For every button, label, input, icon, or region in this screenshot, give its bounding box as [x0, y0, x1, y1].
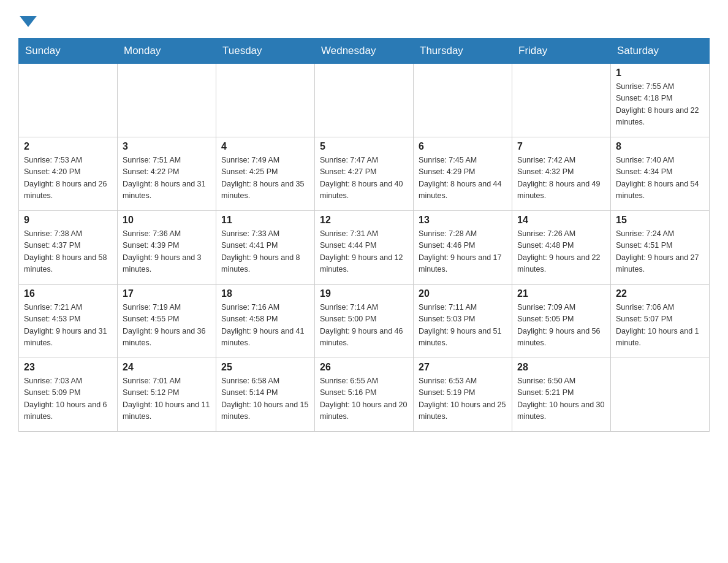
day-info: Sunrise: 7:09 AMSunset: 5:05 PMDaylight:… — [517, 302, 605, 350]
day-cell: 21Sunrise: 7:09 AMSunset: 5:05 PMDayligh… — [512, 285, 611, 358]
day-info: Sunrise: 6:50 AMSunset: 5:21 PMDaylight:… — [517, 375, 605, 423]
day-info: Sunrise: 7:24 AMSunset: 4:51 PMDaylight:… — [616, 228, 704, 276]
day-cell — [216, 64, 315, 137]
day-cell: 9Sunrise: 7:38 AMSunset: 4:37 PMDaylight… — [19, 211, 118, 285]
day-cell — [611, 358, 710, 432]
day-info: Sunrise: 7:47 AMSunset: 4:27 PMDaylight:… — [320, 155, 408, 202]
day-number: 14 — [517, 215, 605, 226]
day-cell: 14Sunrise: 7:26 AMSunset: 4:48 PMDayligh… — [512, 211, 611, 285]
day-cell: 24Sunrise: 7:01 AMSunset: 5:12 PMDayligh… — [118, 358, 216, 432]
week-row-4: 16Sunrise: 7:21 AMSunset: 4:53 PMDayligh… — [19, 285, 710, 358]
day-cell: 11Sunrise: 7:33 AMSunset: 4:41 PMDayligh… — [216, 211, 315, 285]
day-number: 11 — [221, 215, 309, 226]
calendar-table: SundayMondayTuesdayWednesdayThursdayFrid… — [18, 38, 710, 432]
day-info: Sunrise: 7:26 AMSunset: 4:48 PMDaylight:… — [517, 228, 605, 276]
day-info: Sunrise: 7:40 AMSunset: 4:34 PMDaylight:… — [616, 155, 704, 202]
day-cell — [315, 64, 414, 137]
day-info: Sunrise: 7:28 AMSunset: 4:46 PMDaylight:… — [419, 228, 507, 276]
day-number: 1 — [616, 67, 704, 79]
day-number: 17 — [123, 288, 211, 299]
day-info: Sunrise: 7:11 AMSunset: 5:03 PMDaylight:… — [419, 302, 507, 350]
day-number: 5 — [320, 141, 408, 152]
day-info: Sunrise: 7:31 AMSunset: 4:44 PMDaylight:… — [320, 228, 408, 276]
page-header — [18, 12, 710, 27]
day-cell — [118, 64, 216, 137]
day-number: 25 — [221, 362, 309, 373]
day-number: 16 — [24, 288, 112, 299]
day-cell: 2Sunrise: 7:53 AMSunset: 4:20 PMDaylight… — [19, 137, 118, 211]
day-cell — [414, 64, 512, 137]
day-info: Sunrise: 7:06 AMSunset: 5:07 PMDaylight:… — [616, 302, 704, 350]
day-cell: 10Sunrise: 7:36 AMSunset: 4:39 PMDayligh… — [118, 211, 216, 285]
day-cell: 25Sunrise: 6:58 AMSunset: 5:14 PMDayligh… — [216, 358, 315, 432]
day-cell — [19, 64, 118, 137]
day-cell: 1Sunrise: 7:55 AMSunset: 4:18 PMDaylight… — [611, 64, 710, 137]
day-cell: 17Sunrise: 7:19 AMSunset: 4:55 PMDayligh… — [118, 285, 216, 358]
day-cell: 20Sunrise: 7:11 AMSunset: 5:03 PMDayligh… — [414, 285, 512, 358]
day-number: 21 — [517, 288, 605, 299]
logo — [18, 12, 38, 27]
day-cell: 16Sunrise: 7:21 AMSunset: 4:53 PMDayligh… — [19, 285, 118, 358]
day-cell: 7Sunrise: 7:42 AMSunset: 4:32 PMDaylight… — [512, 137, 611, 211]
day-cell: 26Sunrise: 6:55 AMSunset: 5:16 PMDayligh… — [315, 358, 414, 432]
day-cell — [512, 64, 611, 137]
day-info: Sunrise: 7:21 AMSunset: 4:53 PMDaylight:… — [24, 302, 112, 350]
day-info: Sunrise: 7:38 AMSunset: 4:37 PMDaylight:… — [24, 228, 112, 276]
day-info: Sunrise: 7:42 AMSunset: 4:32 PMDaylight:… — [517, 155, 605, 202]
day-number: 27 — [419, 362, 507, 373]
day-number: 28 — [517, 362, 605, 373]
day-cell: 4Sunrise: 7:49 AMSunset: 4:25 PMDaylight… — [216, 137, 315, 211]
day-info: Sunrise: 7:16 AMSunset: 4:58 PMDaylight:… — [221, 302, 309, 350]
day-number: 22 — [616, 288, 704, 299]
day-number: 19 — [320, 288, 408, 299]
weekday-header-thursday: Thursday — [414, 39, 512, 64]
day-number: 20 — [419, 288, 507, 299]
day-info: Sunrise: 6:58 AMSunset: 5:14 PMDaylight:… — [221, 375, 309, 423]
day-info: Sunrise: 6:55 AMSunset: 5:16 PMDaylight:… — [320, 375, 408, 423]
day-info: Sunrise: 7:33 AMSunset: 4:41 PMDaylight:… — [221, 228, 309, 276]
day-cell: 6Sunrise: 7:45 AMSunset: 4:29 PMDaylight… — [414, 137, 512, 211]
day-cell: 27Sunrise: 6:53 AMSunset: 5:19 PMDayligh… — [414, 358, 512, 432]
week-row-2: 2Sunrise: 7:53 AMSunset: 4:20 PMDaylight… — [19, 137, 710, 211]
day-number: 7 — [517, 141, 605, 152]
day-cell: 12Sunrise: 7:31 AMSunset: 4:44 PMDayligh… — [315, 211, 414, 285]
day-cell: 28Sunrise: 6:50 AMSunset: 5:21 PMDayligh… — [512, 358, 611, 432]
day-info: Sunrise: 7:03 AMSunset: 5:09 PMDaylight:… — [24, 375, 112, 423]
weekday-header-saturday: Saturday — [611, 39, 710, 64]
day-cell: 3Sunrise: 7:51 AMSunset: 4:22 PMDaylight… — [118, 137, 216, 211]
logo-arrow-icon — [20, 16, 37, 27]
day-number: 2 — [24, 141, 112, 152]
day-cell: 13Sunrise: 7:28 AMSunset: 4:46 PMDayligh… — [414, 211, 512, 285]
day-info: Sunrise: 7:49 AMSunset: 4:25 PMDaylight:… — [221, 155, 309, 202]
day-info: Sunrise: 7:01 AMSunset: 5:12 PMDaylight:… — [123, 375, 211, 423]
day-cell: 18Sunrise: 7:16 AMSunset: 4:58 PMDayligh… — [216, 285, 315, 358]
day-number: 9 — [24, 215, 112, 226]
day-number: 26 — [320, 362, 408, 373]
day-number: 10 — [123, 215, 211, 226]
week-row-3: 9Sunrise: 7:38 AMSunset: 4:37 PMDaylight… — [19, 211, 710, 285]
day-cell: 5Sunrise: 7:47 AMSunset: 4:27 PMDaylight… — [315, 137, 414, 211]
day-cell: 22Sunrise: 7:06 AMSunset: 5:07 PMDayligh… — [611, 285, 710, 358]
weekday-header-friday: Friday — [512, 39, 611, 64]
week-row-1: 1Sunrise: 7:55 AMSunset: 4:18 PMDaylight… — [19, 64, 710, 137]
day-cell: 23Sunrise: 7:03 AMSunset: 5:09 PMDayligh… — [19, 358, 118, 432]
weekday-header-wednesday: Wednesday — [315, 39, 414, 64]
day-info: Sunrise: 7:55 AMSunset: 4:18 PMDaylight:… — [616, 81, 704, 129]
week-row-5: 23Sunrise: 7:03 AMSunset: 5:09 PMDayligh… — [19, 358, 710, 432]
day-cell: 15Sunrise: 7:24 AMSunset: 4:51 PMDayligh… — [611, 211, 710, 285]
weekday-header-sunday: Sunday — [19, 39, 118, 64]
day-cell: 8Sunrise: 7:40 AMSunset: 4:34 PMDaylight… — [611, 137, 710, 211]
day-number: 18 — [221, 288, 309, 299]
day-info: Sunrise: 7:45 AMSunset: 4:29 PMDaylight:… — [419, 155, 507, 202]
day-number: 6 — [419, 141, 507, 152]
weekday-header-monday: Monday — [118, 39, 216, 64]
day-info: Sunrise: 7:19 AMSunset: 4:55 PMDaylight:… — [123, 302, 211, 350]
day-number: 23 — [24, 362, 112, 373]
day-number: 4 — [221, 141, 309, 152]
day-info: Sunrise: 6:53 AMSunset: 5:19 PMDaylight:… — [419, 375, 507, 423]
day-info: Sunrise: 7:53 AMSunset: 4:20 PMDaylight:… — [24, 155, 112, 202]
day-number: 12 — [320, 215, 408, 226]
day-number: 13 — [419, 215, 507, 226]
day-number: 3 — [123, 141, 211, 152]
day-cell: 19Sunrise: 7:14 AMSunset: 5:00 PMDayligh… — [315, 285, 414, 358]
